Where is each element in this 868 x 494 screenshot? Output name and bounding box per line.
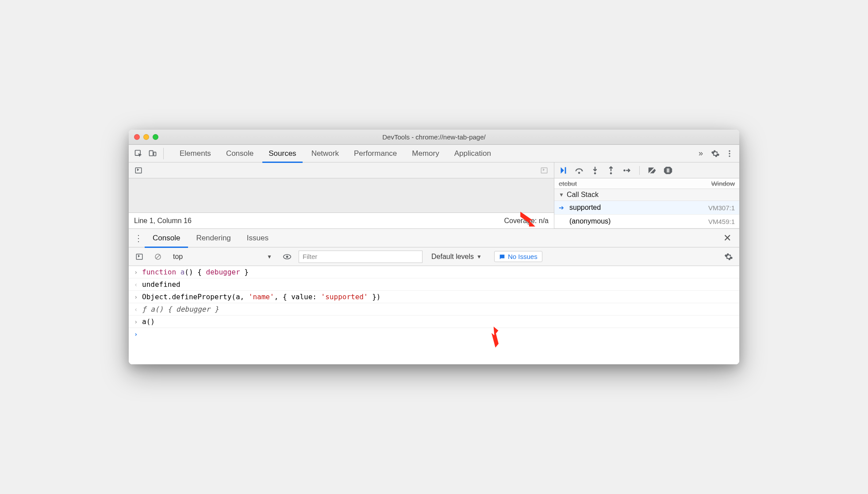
step-into-icon[interactable] bbox=[590, 165, 600, 176]
tab-console[interactable]: Console bbox=[220, 145, 260, 162]
cursor-position: Line 1, Column 16 bbox=[134, 217, 192, 225]
main-tabs: ElementsConsoleSourcesNetworkPerformance… bbox=[173, 145, 693, 162]
callstack-header[interactable]: ▼ Call Stack bbox=[554, 189, 739, 201]
svg-line-18 bbox=[156, 255, 160, 259]
live-expression-icon[interactable] bbox=[280, 250, 294, 264]
chevron-down-icon: ▼ bbox=[476, 254, 482, 260]
svg-rect-15 bbox=[668, 168, 669, 172]
deactivate-breakpoints-icon[interactable] bbox=[647, 165, 657, 176]
context-value: top bbox=[173, 253, 183, 261]
input-chevron-icon: › bbox=[134, 317, 142, 325]
step-out-icon[interactable] bbox=[606, 165, 616, 176]
debugger-controls bbox=[554, 162, 739, 178]
svg-point-3 bbox=[729, 150, 730, 151]
more-tabs-icon[interactable]: » bbox=[693, 149, 708, 158]
tab-elements[interactable]: Elements bbox=[173, 145, 217, 162]
disclosure-triangle-icon: ▼ bbox=[559, 192, 564, 198]
tab-sources[interactable]: Sources bbox=[262, 145, 302, 162]
levels-label: Default levels bbox=[431, 253, 474, 261]
svg-rect-1 bbox=[150, 151, 153, 156]
input-chevron-icon: › bbox=[134, 268, 142, 276]
clear-console-icon[interactable] bbox=[151, 250, 165, 264]
separator bbox=[163, 148, 164, 159]
resume-icon[interactable] bbox=[558, 165, 568, 176]
execution-context-select[interactable]: top ▼ bbox=[169, 251, 276, 262]
log-levels-select[interactable]: Default levels ▼ bbox=[431, 253, 482, 261]
console-code: function a() { debugger } bbox=[142, 268, 249, 276]
svg-point-12 bbox=[623, 169, 626, 171]
tab-network[interactable]: Network bbox=[305, 145, 345, 162]
current-frame-icon: ➔ bbox=[559, 204, 567, 211]
callstack-frame[interactable]: ➔supportedVM307:1 bbox=[554, 201, 739, 215]
frame-source: VM459:1 bbox=[708, 218, 735, 225]
drawer-tabrow: ⋮ ConsoleRenderingIssues ✕ bbox=[129, 229, 739, 247]
separator bbox=[639, 166, 640, 175]
svg-rect-16 bbox=[136, 254, 142, 259]
sources-toolbar bbox=[129, 162, 554, 178]
drawer-tab-issues[interactable]: Issues bbox=[239, 229, 277, 247]
drawer-tab-rendering[interactable]: Rendering bbox=[188, 229, 238, 247]
step-icon[interactable] bbox=[622, 165, 632, 176]
console-body[interactable]: ›function a() { debugger }‹undefined›Obj… bbox=[129, 266, 739, 364]
close-drawer-icon[interactable]: ✕ bbox=[719, 232, 736, 244]
console-input-row: ›function a() { debugger } bbox=[129, 266, 739, 278]
drawer-tab-console[interactable]: Console bbox=[145, 229, 188, 247]
truncated-value: Window bbox=[711, 180, 735, 187]
issues-text: No Issues bbox=[508, 253, 538, 260]
console-output-row: ‹ƒ a() { debugger } bbox=[129, 303, 739, 316]
frame-source: VM307:1 bbox=[708, 204, 735, 212]
console-input-row: ›a() bbox=[129, 316, 739, 328]
show-navigator-icon[interactable] bbox=[131, 163, 146, 178]
frame-name: (anonymous) bbox=[569, 217, 611, 225]
truncated-variable: etcbut bbox=[559, 180, 577, 187]
editor-status-bar: Line 1, Column 16 Coverage: n/a bbox=[129, 212, 554, 228]
titlebar: DevTools - chrome://new-tab-page/ bbox=[129, 130, 739, 145]
console-prompt-row[interactable]: › bbox=[129, 328, 739, 364]
console-toolbar: top ▼ Filter Default levels ▼ No Issues bbox=[129, 247, 739, 266]
settings-icon[interactable] bbox=[708, 147, 722, 161]
output-chevron-icon: ‹ bbox=[134, 280, 142, 288]
drawer-menu-icon[interactable]: ⋮ bbox=[132, 233, 145, 243]
chevron-down-icon: ▼ bbox=[267, 254, 272, 260]
issues-badge[interactable]: No Issues bbox=[494, 251, 542, 262]
svg-point-5 bbox=[729, 155, 730, 157]
toggle-device-icon[interactable] bbox=[146, 147, 160, 161]
inspect-element-icon[interactable] bbox=[131, 147, 146, 161]
output-chevron-icon: ‹ bbox=[134, 305, 142, 313]
step-over-icon[interactable] bbox=[574, 165, 584, 176]
callstack-frame[interactable]: (anonymous)VM459:1 bbox=[554, 215, 739, 228]
partial-panel-row: etcbut Window bbox=[554, 178, 739, 189]
source-editor-area[interactable] bbox=[129, 178, 554, 212]
prompt-chevron-icon: › bbox=[134, 330, 142, 338]
frame-name: supported bbox=[569, 204, 601, 212]
drawer: ⋮ ConsoleRenderingIssues ✕ top ▼ Filter … bbox=[129, 228, 739, 364]
svg-point-11 bbox=[610, 172, 612, 174]
console-filter-input[interactable]: Filter bbox=[299, 251, 422, 263]
svg-rect-2 bbox=[154, 152, 156, 155]
svg-rect-7 bbox=[541, 168, 547, 173]
tab-application[interactable]: Application bbox=[448, 145, 497, 162]
console-code: a() bbox=[142, 317, 155, 326]
minimize-window-button[interactable] bbox=[143, 134, 149, 140]
console-input-row: ›Object.defineProperty(a, 'name', { valu… bbox=[129, 291, 739, 303]
kebab-menu-icon[interactable] bbox=[722, 147, 737, 161]
tab-performance[interactable]: Performance bbox=[348, 145, 403, 162]
coverage-status: Coverage: n/a bbox=[504, 217, 549, 225]
svg-point-20 bbox=[286, 255, 288, 258]
svg-point-9 bbox=[578, 172, 580, 174]
svg-rect-14 bbox=[667, 168, 668, 172]
svg-point-10 bbox=[594, 172, 596, 174]
console-output-row: ‹undefined bbox=[129, 278, 739, 291]
callstack-list: ➔supportedVM307:1(anonymous)VM459:1 bbox=[554, 201, 739, 228]
console-settings-icon[interactable] bbox=[722, 250, 736, 264]
callstack-title: Call Stack bbox=[567, 191, 599, 199]
console-code: Object.defineProperty(a, 'name', { value… bbox=[142, 293, 380, 301]
show-console-sidebar-icon[interactable] bbox=[132, 250, 146, 264]
tab-memory[interactable]: Memory bbox=[406, 145, 445, 162]
close-window-button[interactable] bbox=[134, 134, 140, 140]
pause-on-exceptions-icon[interactable] bbox=[663, 165, 673, 176]
devtools-window: DevTools - chrome://new-tab-page/ Elemen… bbox=[129, 130, 739, 364]
console-code: undefined bbox=[142, 280, 181, 289]
show-debugger-icon[interactable] bbox=[537, 163, 551, 178]
zoom-window-button[interactable] bbox=[153, 134, 158, 140]
